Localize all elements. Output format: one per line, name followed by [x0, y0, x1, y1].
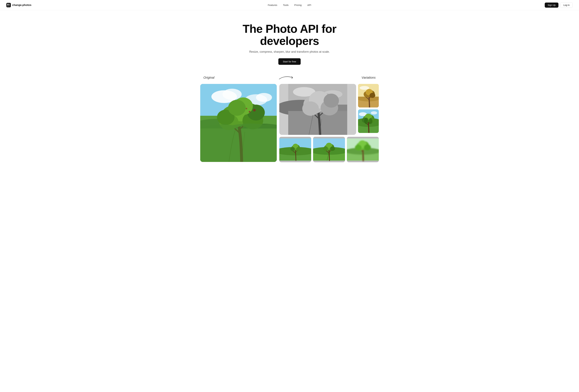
svg-point-65: [290, 147, 295, 151]
svg-point-80: [364, 144, 371, 151]
original-photo: [200, 84, 277, 162]
nav-actions: Sign Up Log In: [545, 2, 573, 8]
nav-pricing[interactable]: Pricing: [294, 4, 302, 6]
variation-bottom-row: [279, 137, 379, 162]
hero-title: The Photo API for developers: [218, 23, 361, 47]
variation-desert: [358, 84, 379, 108]
nav-api[interactable]: API: [307, 4, 311, 6]
svg-point-24: [246, 108, 247, 109]
nav-features[interactable]: Features: [268, 4, 277, 6]
original-image: [200, 84, 277, 162]
signup-button[interactable]: Sign Up: [545, 2, 558, 8]
svg-rect-1: [9, 4, 10, 5]
hero-section: The Photo API for developers Resize, com…: [0, 10, 579, 74]
svg-point-41: [360, 86, 369, 90]
demo-grid: [200, 84, 379, 162]
hero-subtitle: Resize, compress, sharpen, blur and tran…: [3, 50, 576, 54]
svg-point-57: [368, 118, 372, 124]
svg-point-9: [256, 93, 272, 102]
svg-point-21: [228, 100, 246, 116]
variation-green-tree: [313, 137, 345, 162]
svg-point-45: [369, 93, 375, 98]
nav-links: Features Tools Pricing API: [268, 4, 311, 6]
navbar: change.photos Features Tools Pricing API…: [0, 0, 579, 10]
variation-small-green: [358, 109, 379, 133]
variations-grid: [279, 84, 379, 162]
variation-thin-tree: [279, 137, 311, 162]
login-button[interactable]: Log In: [560, 2, 573, 8]
svg-point-72: [330, 147, 335, 151]
svg-point-56: [364, 118, 368, 124]
svg-point-22: [253, 109, 256, 112]
logo-icon: [6, 3, 11, 7]
svg-point-81: [355, 145, 362, 151]
svg-point-36: [324, 94, 339, 108]
demo-section: Original Variations: [194, 74, 385, 172]
variation-blurred: [347, 137, 379, 162]
logo-text: change.photos: [12, 3, 31, 7]
nav-tools[interactable]: Tools: [283, 4, 289, 6]
logo[interactable]: change.photos: [6, 3, 31, 7]
svg-point-64: [296, 147, 301, 151]
svg-rect-0: [7, 4, 8, 5]
svg-point-35: [302, 102, 319, 116]
svg-point-7: [222, 89, 242, 100]
original-label: Original: [203, 76, 215, 79]
svg-point-23: [249, 111, 251, 113]
variation-small-col: [358, 84, 379, 135]
start-button[interactable]: Start for free: [278, 58, 300, 65]
demo-labels: Original Variations: [200, 74, 379, 81]
svg-point-50: [371, 111, 377, 114]
svg-rect-2: [7, 5, 8, 6]
variation-bw: [279, 84, 356, 135]
variations-label: Variations: [362, 76, 376, 79]
svg-point-73: [323, 147, 328, 151]
arrow-decoration: [215, 74, 362, 81]
svg-rect-3: [9, 5, 10, 6]
